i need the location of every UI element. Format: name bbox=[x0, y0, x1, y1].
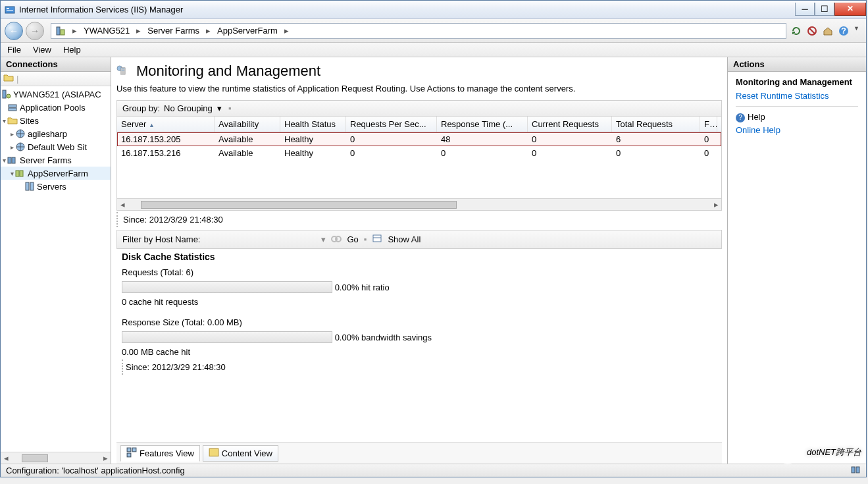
tree-node-farm[interactable]: ▾ AppServerFarm bbox=[1, 167, 111, 180]
svg-rect-30 bbox=[132, 448, 136, 452]
folder-icon bbox=[7, 115, 18, 126]
tree-expand-icon[interactable]: ▸ bbox=[9, 130, 15, 138]
tree-collapse-icon[interactable]: ▾ bbox=[9, 170, 15, 177]
svg-rect-23 bbox=[122, 68, 125, 69]
status-icon bbox=[850, 464, 861, 477]
svg-text:?: ? bbox=[841, 26, 846, 36]
svg-rect-2 bbox=[7, 10, 13, 11]
tree-collapse-icon[interactable]: ▾ bbox=[1, 157, 7, 164]
dropdown-chevron-icon[interactable]: ▼ bbox=[854, 25, 859, 37]
folder-icon[interactable] bbox=[3, 72, 14, 85]
tree-node-app-pools[interactable]: Application Pools bbox=[1, 101, 111, 114]
breadcrumb-seg-2[interactable]: AppServerFarm bbox=[213, 24, 282, 38]
filter-input[interactable] bbox=[205, 234, 316, 244]
col-rt[interactable]: Response Time (... bbox=[437, 117, 528, 132]
binoculars-icon[interactable] bbox=[331, 233, 342, 246]
servers-grid: Server ▲ Availability Health Status Requ… bbox=[116, 117, 722, 211]
features-view-icon bbox=[126, 447, 137, 460]
cell: 0 bbox=[346, 132, 437, 146]
grid-hscrollbar[interactable]: ◂ ▸ bbox=[117, 198, 721, 210]
reset-runtime-link[interactable]: Reset Runtime Statistics bbox=[736, 90, 858, 102]
online-help-link[interactable]: Online Help bbox=[736, 124, 858, 136]
breadcrumb-seg-1[interactable]: Server Farms bbox=[143, 24, 203, 38]
cell: 0 bbox=[346, 146, 437, 160]
connections-tree[interactable]: YWANG521 (ASIAPAC Application Pools ▾ Si… bbox=[1, 86, 111, 452]
home-icon[interactable] bbox=[822, 25, 834, 37]
col-availability[interactable]: Availability bbox=[215, 117, 280, 132]
stop-icon[interactable] bbox=[806, 25, 818, 37]
maximize-button[interactable]: ☐ bbox=[815, 3, 834, 16]
minimize-button[interactable]: ─ bbox=[795, 3, 815, 16]
status-text: Configuration: 'localhost' applicationHo… bbox=[6, 466, 185, 475]
svg-rect-12 bbox=[9, 108, 16, 111]
table-row[interactable]: 16.187.153.216AvailableHealthy00000 bbox=[117, 146, 721, 160]
svg-rect-1 bbox=[7, 8, 9, 9]
tree-node-server-farms[interactable]: ▾ Server Farms bbox=[1, 153, 111, 167]
showall-button[interactable]: Show All bbox=[388, 234, 421, 244]
view-tabs: Features View Content View bbox=[116, 443, 722, 464]
col-health[interactable]: Health Status bbox=[280, 117, 346, 132]
tree-node-site[interactable]: ▸ Default Web Sit bbox=[1, 140, 111, 153]
svg-rect-17 bbox=[16, 171, 19, 176]
table-row[interactable]: 16.187.153.205AvailableHealthy048060 bbox=[117, 132, 721, 146]
breadcrumb-root-icon bbox=[51, 24, 70, 38]
breadcrumb[interactable]: ▸ YWANG521 ▸ Server Farms ▸ AppServerFar… bbox=[51, 23, 786, 39]
diskcache-since: Since: 2012/3/29 21:48:30 bbox=[122, 360, 717, 375]
col-total[interactable]: Total Requests bbox=[612, 117, 700, 132]
col-server[interactable]: Server ▲ bbox=[117, 117, 215, 132]
tree-label: Application Pools bbox=[20, 103, 86, 113]
chevron-right-icon: ▸ bbox=[70, 26, 80, 36]
menu-view[interactable]: View bbox=[33, 45, 51, 55]
svg-rect-20 bbox=[30, 182, 34, 190]
svg-rect-15 bbox=[8, 157, 11, 163]
cell: 0 bbox=[528, 146, 612, 160]
tree-label: AppServerFarm bbox=[28, 169, 88, 178]
menu-help[interactable]: Help bbox=[63, 45, 81, 55]
menu-file[interactable]: File bbox=[7, 45, 21, 55]
svg-rect-19 bbox=[26, 182, 29, 190]
tree-node-site[interactable]: ▸ agilesharp bbox=[1, 127, 111, 140]
col-current[interactable]: Current Requests bbox=[528, 117, 612, 132]
help-link[interactable]: ?Help bbox=[736, 111, 858, 124]
menubar: File View Help bbox=[1, 43, 866, 57]
svg-rect-34 bbox=[856, 467, 859, 473]
nav-back-button[interactable]: ← bbox=[5, 22, 23, 40]
refresh-icon[interactable] bbox=[790, 25, 802, 37]
tree-node-sites[interactable]: ▾ Sites bbox=[1, 114, 111, 127]
tree-collapse-icon[interactable]: ▾ bbox=[1, 117, 7, 124]
col-fail[interactable]: Fai bbox=[700, 117, 717, 132]
go-button[interactable]: Go bbox=[347, 234, 358, 244]
close-button[interactable]: ✕ bbox=[834, 3, 866, 16]
tree-node-server[interactable]: YWANG521 (ASIAPAC bbox=[1, 88, 111, 101]
svg-rect-4 bbox=[61, 30, 64, 35]
help-icon[interactable]: ? bbox=[838, 25, 850, 37]
nav-forward-button[interactable]: → bbox=[26, 22, 44, 40]
tab-content-view[interactable]: Content View bbox=[203, 445, 278, 462]
chevron-right-icon: ▸ bbox=[134, 26, 143, 36]
tab-features-view[interactable]: Features View bbox=[120, 445, 200, 462]
tree-node-servers[interactable]: Servers bbox=[1, 180, 111, 193]
cell: 0 bbox=[612, 146, 700, 160]
response-size-label: Response Size (Total: 0.00 MB) bbox=[122, 317, 717, 327]
col-rps[interactable]: Requests Per Sec... bbox=[346, 117, 437, 132]
page-subtitle: Use this feature to view the runtime sta… bbox=[116, 84, 722, 94]
groupby-dropdown[interactable]: No Grouping ▾ bbox=[164, 103, 222, 113]
cache-hit-requests: 0 cache hit requests bbox=[122, 297, 717, 307]
connections-hscrollbar[interactable]: ◂ ▸ bbox=[1, 452, 111, 464]
cell: 48 bbox=[437, 132, 528, 146]
svg-line-6 bbox=[809, 28, 815, 34]
mb-cache-hit: 0.00 MB cache hit bbox=[122, 347, 717, 357]
filter-label: Filter by Host Name: bbox=[122, 234, 200, 244]
app-pools-icon bbox=[7, 102, 18, 113]
servers-icon bbox=[24, 181, 35, 192]
connections-toolbar: | bbox=[1, 72, 111, 86]
chevron-right-icon: ▸ bbox=[282, 26, 292, 36]
server-icon bbox=[1, 89, 11, 99]
svg-rect-18 bbox=[20, 171, 23, 176]
cell: 0 bbox=[700, 146, 717, 160]
tree-label: agilesharp bbox=[28, 129, 67, 139]
help-icon: ? bbox=[736, 113, 745, 122]
breadcrumb-seg-0[interactable]: YWANG521 bbox=[80, 24, 134, 38]
tree-expand-icon[interactable]: ▸ bbox=[9, 144, 15, 151]
statusbar: Configuration: 'localhost' applicationHo… bbox=[1, 464, 866, 477]
